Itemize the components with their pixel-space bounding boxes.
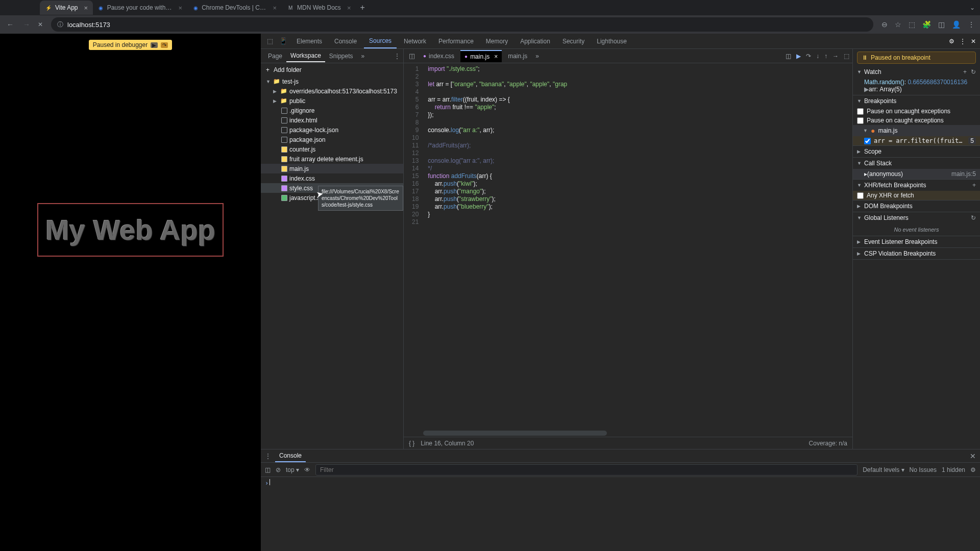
pause-badge-text: Paused in debugger [93,41,148,48]
new-tab-button[interactable]: + [360,3,364,12]
tab-title: Pause your code with breakp [107,4,173,11]
url-input[interactable]: ⓘ localhost:5173 [51,17,743,32]
page-viewport: Paused in debugger ▶ ↷ My Web App [0,34,261,416]
nav-tab-snippets[interactable]: Snippets [325,51,357,62]
tab-network[interactable]: Network [399,35,431,48]
file-tree: ▼📁test-js ▶📁overrides/localhost:5173/loc… [261,77,403,416]
editor-area: ◫ ●index.css ●main.js× main.js » ◫ ▶ ↷ ↓… [404,49,743,416]
tree-file[interactable]: package.json [261,135,403,144]
tree-file[interactable]: index.css [261,173,403,183]
devtools-tabs: ⬚ 📱 Elements Console Sources Network Per… [261,34,743,49]
tab-lighthouse[interactable]: Lighthouse [592,35,632,48]
folder-label: public [289,97,305,105]
navigator-tabs: Page Workspace Snippets » ⋮ [261,49,403,63]
tab-application[interactable]: Application [515,35,555,48]
tab-title: Vite App [55,4,78,11]
file-label: counter.js [289,146,315,153]
add-folder-label: Add folder [274,66,302,73]
close-tab-icon[interactable]: × [273,4,277,12]
editor-tabs: ◫ ●index.css ●main.js× main.js » ◫ ▶ ↷ ↓… [404,49,743,63]
tab-security[interactable]: Security [557,35,590,48]
nav-menu-icon[interactable]: ⋮ [394,53,400,60]
favicon-icon: M [287,4,294,11]
nav-tab-page[interactable]: Page [264,51,286,62]
url-text: localhost:5173 [67,21,110,29]
tree-file[interactable]: package-lock.json [261,125,403,135]
resume-icon[interactable]: ▶ [151,42,158,48]
app-title: My Web App [45,213,215,246]
tab-console[interactable]: Console [329,35,362,48]
browser-tab[interactable]: ◉ Chrome DevTools | Chrome × [187,1,282,15]
stop-button[interactable]: ✕ [38,21,43,28]
tree-file-selected[interactable]: main.js [261,164,403,173]
step-icon[interactable]: ↷ [161,42,168,48]
favicon-icon: ◉ [98,4,104,11]
folder-label: test-js [282,78,299,85]
tab-label: index.css [429,53,454,60]
file-label: fruit array delete element.js [289,156,363,163]
app-content: My Web App [37,203,224,257]
tab-label: main.js [470,53,489,60]
code-content: import import "./style.css";"./style.css… [424,63,567,416]
more-tabs-icon[interactable]: » [535,53,539,60]
browser-tabs-bar: ⚡ Vite App × ◉ Pause your code with brea… [0,0,743,15]
browser-tab[interactable]: ◉ Pause your code with breakp × [93,1,187,15]
file-label: index.css [289,175,315,182]
plus-icon: + [266,66,270,73]
folder-label: overrides/localhost:5173/localhost:5173 [289,88,397,95]
close-tab-icon[interactable]: × [494,53,498,60]
sources-navigator: Page Workspace Snippets » ⋮ + Add folder… [261,49,404,416]
tab-title: MDN Web Docs [297,4,341,11]
site-info-icon[interactable]: ⓘ [57,20,63,29]
file-label: package-lock.json [289,127,338,134]
favicon-icon: ◉ [192,4,199,11]
tree-file[interactable]: counter.js [261,144,403,154]
close-tab-icon[interactable]: × [178,4,182,12]
debugger-pause-badge: Paused in debugger ▶ ↷ [89,40,172,50]
favicon-icon: ⚡ [45,4,52,11]
sources-area: Page Workspace Snippets » ⋮ + Add folder… [261,49,743,416]
device-icon[interactable]: 📱 [277,37,289,45]
tab-elements[interactable]: Elements [291,35,327,48]
forward-button[interactable]: → [21,20,32,29]
code-editor[interactable]: 123456789101112131415161718192021 import… [404,63,743,416]
tree-file[interactable]: fruit array delete element.js [261,154,403,164]
inspect-icon[interactable]: ⬚ [265,37,275,45]
close-tab-icon[interactable]: × [347,4,351,12]
tab-performance[interactable]: Performance [433,35,479,48]
tab-sources[interactable]: Sources [364,34,397,48]
file-label: index.html [289,117,317,124]
tree-folder-root[interactable]: ▼📁test-js [261,77,403,86]
tree-file[interactable]: index.html [261,115,403,125]
editor-tab-active[interactable]: ●main.js× [460,50,502,62]
nav-tab-workspace[interactable]: Workspace [286,50,325,62]
tree-folder-public[interactable]: ▶📁public [261,96,403,106]
back-button[interactable]: ← [5,20,15,29]
close-tab-icon[interactable]: × [84,4,88,12]
address-bar: ← → ✕ ⓘ localhost:5173 ⊖ ☆ ⬚ 🧩 ◫ 👤 ⋮ [0,15,743,34]
file-label: style.css [289,185,313,192]
tree-folder-overrides[interactable]: ▶📁overrides/localhost:5173/localhost:517… [261,86,403,96]
file-tooltip: file:///Volumes/Crucial%20X8/Screencasts… [318,186,403,211]
toggle-nav-icon[interactable]: ◫ [407,52,417,60]
nav-more-icon[interactable]: » [357,51,369,62]
tab-memory[interactable]: Memory [481,35,513,48]
editor-tab[interactable]: main.js [504,51,531,62]
browser-tab-active[interactable]: ⚡ Vite App × [40,1,93,15]
add-folder-button[interactable]: + Add folder [261,63,403,77]
devtools-panel: ⬚ 📱 Elements Console Sources Network Per… [261,34,743,416]
tree-file[interactable]: .gitignore [261,106,403,115]
file-label: package.json [289,136,326,143]
editor-tab[interactable]: ●index.css [419,51,458,62]
line-gutter: 123456789101112131415161718192021 [404,63,424,416]
file-label: main.js [289,165,309,172]
tab-label: main.js [508,53,527,60]
file-label: .gitignore [289,107,314,114]
tab-title: Chrome DevTools | Chrome [202,4,266,11]
browser-tab[interactable]: M MDN Web Docs × [282,1,356,15]
